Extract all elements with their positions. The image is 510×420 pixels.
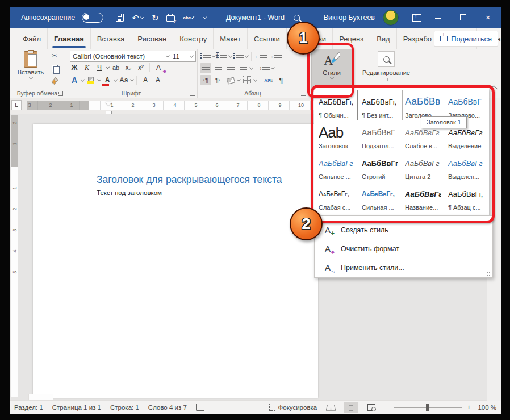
cut-icon[interactable]: ✂ xyxy=(49,51,60,60)
clear-formatting-icon[interactable]: А xyxy=(153,63,164,73)
copy-icon[interactable] xyxy=(49,64,60,73)
print-layout-button[interactable] xyxy=(344,402,358,413)
tab-draw[interactable]: Рисован xyxy=(131,28,173,49)
close-button[interactable]: × xyxy=(479,13,496,22)
align-left-button[interactable] xyxy=(200,63,211,73)
minimize-button[interactable] xyxy=(429,13,446,22)
borders-button[interactable] xyxy=(241,75,253,85)
style-item-list-paragraph[interactable]: АаБбВвГг,¶ Абзац с... xyxy=(445,182,487,213)
maximize-button[interactable] xyxy=(454,13,471,22)
autosave-toggle[interactable] xyxy=(82,13,103,23)
show-marks-button[interactable]: ¶ xyxy=(275,75,287,85)
style-item-intense-emphasis[interactable]: АаБбВвГгСильное ... xyxy=(316,151,358,182)
tab-home[interactable]: Главная xyxy=(48,28,91,49)
decrease-indent-button[interactable]: ← xyxy=(254,51,267,61)
zoom-slider-thumb[interactable] xyxy=(426,404,429,411)
tab-developer[interactable]: Разрабо xyxy=(397,28,438,49)
style-item-intense-ref[interactable]: АаБбВвГг,Сильная ... xyxy=(359,182,401,213)
style-label: Сильная ... xyxy=(362,204,398,211)
share-button[interactable]: Поделиться xyxy=(434,31,498,47)
font-group: Calibri (Основной текст) 11 Ж K Ч ab x₂ … xyxy=(65,49,198,98)
tab-design[interactable]: Констру xyxy=(173,28,214,49)
paste-button[interactable]: Вставить xyxy=(16,50,45,86)
change-case-button[interactable]: Аа xyxy=(118,75,129,85)
font-color-button[interactable]: А xyxy=(102,75,113,85)
style-item-book-title[interactable]: АаБбВвГгНазвание... xyxy=(402,182,444,213)
editing-button[interactable] xyxy=(378,51,395,67)
styles-button[interactable]: А Стили xyxy=(311,49,352,90)
font-name-select[interactable]: Calibri (Основной текст) xyxy=(70,51,172,62)
status-item-2[interactable]: Строка: 1 xyxy=(110,404,139,411)
style-item-subtitle[interactable]: АаБбВвГПодзагол... xyxy=(359,120,401,151)
rtl-paragraph-button[interactable]: ›¶ xyxy=(200,75,211,85)
read-mode-button[interactable] xyxy=(324,402,337,413)
sort-button[interactable]: АЯ↓ xyxy=(263,75,274,85)
zoom-slider[interactable] xyxy=(394,407,462,408)
status-item-1[interactable]: Страница 1 из 1 xyxy=(52,404,101,411)
menu-item-new-style[interactable]: АСоздать стиль xyxy=(315,221,492,239)
focus-mode-button[interactable]: Фокусировка xyxy=(269,404,317,411)
menu-item-apply-styles[interactable]: АПрименить стили... xyxy=(315,258,492,277)
tab-file[interactable]: Файл xyxy=(16,28,48,49)
highlight-button[interactable] xyxy=(85,75,97,85)
text-effects-button[interactable]: А xyxy=(69,75,80,85)
style-item-intense-quote[interactable]: АаБбВвГгВыделен... xyxy=(445,151,487,182)
redo-icon[interactable]: ↻ xyxy=(152,14,159,22)
collapse-ribbon-icon[interactable] xyxy=(490,85,498,93)
multilevel-list-button[interactable] xyxy=(233,51,244,61)
avatar[interactable] xyxy=(383,10,399,26)
vertical-ruler[interactable]: 2112345 xyxy=(11,115,18,397)
status-item-0[interactable]: Раздел: 1 xyxy=(14,404,43,411)
style-item-quote[interactable]: АаБбВвГгЦитата 2 xyxy=(402,151,444,182)
align-right-button[interactable] xyxy=(225,63,236,73)
web-layout-button[interactable] xyxy=(365,402,378,413)
style-item-normal[interactable]: АаБбВвГг,¶ Обычн... xyxy=(316,90,358,120)
superscript-button[interactable]: x² xyxy=(135,63,147,73)
style-item-strong[interactable]: АаБбВвГг,Строгий xyxy=(359,151,401,182)
increase-indent-button[interactable]: → xyxy=(269,51,282,61)
resize-grip[interactable] xyxy=(486,272,491,276)
shading-button[interactable] xyxy=(225,75,236,85)
format-painter-icon[interactable] xyxy=(49,76,60,85)
font-dialog-launcher[interactable] xyxy=(190,91,195,96)
italic-button[interactable]: K xyxy=(81,63,93,73)
ruler-number: 1 xyxy=(12,185,18,191)
style-item-normal[interactable]: АаБбВвГг,¶ Без инт... xyxy=(359,90,401,120)
save-icon[interactable] xyxy=(116,14,124,22)
tab-layout[interactable]: Макет xyxy=(214,28,248,49)
grow-font-button[interactable]: Аˆ xyxy=(140,75,151,85)
justify-button[interactable] xyxy=(237,63,249,73)
zoom-in-button[interactable]: + xyxy=(467,403,471,411)
paragraph-dialog-launcher[interactable] xyxy=(301,91,306,96)
subscript-button[interactable]: x₂ xyxy=(123,63,134,73)
bold-button[interactable]: Ж xyxy=(69,63,80,73)
shrink-font-button[interactable]: Аˇ xyxy=(152,75,164,85)
numbered-list-button[interactable] xyxy=(216,51,228,61)
document-page[interactable]: Заголовок для раскрывающегося текста Тек… xyxy=(33,124,318,398)
style-item-title[interactable]: АabЗаголовок xyxy=(316,120,358,151)
qat-more-icon[interactable] xyxy=(203,16,206,19)
bullet-list-button[interactable] xyxy=(200,51,211,61)
undo-icon[interactable]: ↶ xyxy=(132,14,144,22)
line-spacing-button[interactable]: ↕ xyxy=(259,63,270,73)
spellcheck-icon[interactable]: abc✓ xyxy=(183,16,195,19)
ltr-paragraph-button[interactable]: ¶‹ xyxy=(212,75,224,85)
clipboard-dialog-launcher[interactable] xyxy=(58,91,63,96)
status-item-3[interactable]: Слово 4 из 7 xyxy=(148,404,187,411)
ribbon-display-options-icon[interactable] xyxy=(412,14,421,22)
font-size-select[interactable]: 11 xyxy=(170,51,196,62)
underline-button[interactable]: Ч xyxy=(94,63,105,73)
align-center-button[interactable] xyxy=(212,63,224,73)
tab-insert[interactable]: Вставка xyxy=(91,28,131,49)
search-icon[interactable] xyxy=(294,15,300,21)
tab-review[interactable]: Реценз xyxy=(333,28,370,49)
zoom-out-button[interactable]: − xyxy=(385,403,390,411)
quick-print-icon[interactable] xyxy=(166,14,175,22)
tab-view[interactable]: Вид xyxy=(370,28,397,49)
tab-references[interactable]: Ссылки xyxy=(248,28,287,49)
tab-stop-selector[interactable]: L xyxy=(11,100,22,110)
menu-item-clear-format[interactable]: АОчистить формат xyxy=(315,239,492,258)
style-item-subtle-ref[interactable]: АаБбВвГг,Слабая с... xyxy=(316,182,358,213)
strikethrough-button[interactable]: ab xyxy=(110,63,122,73)
proofing-icon[interactable] xyxy=(196,404,204,411)
